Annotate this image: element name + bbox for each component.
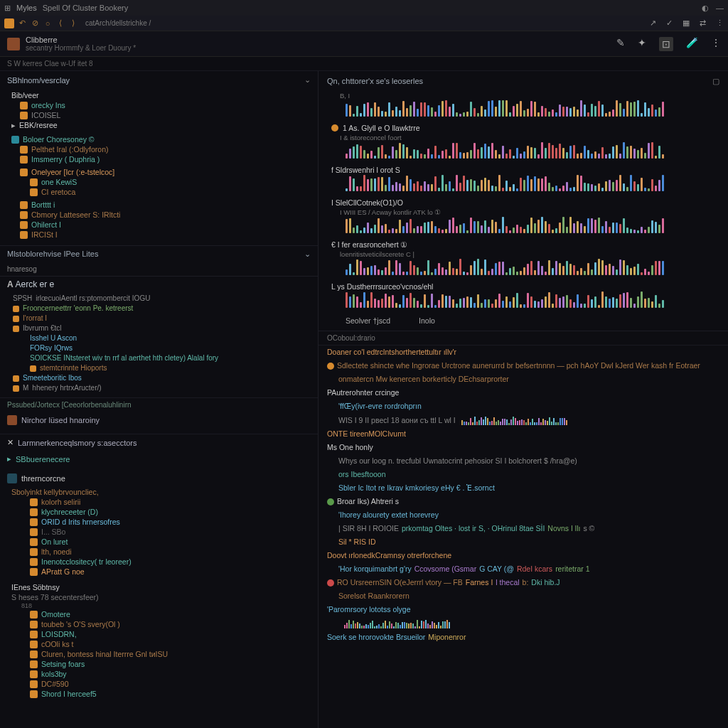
ebk-node[interactable]: ▸ EBK/resree — [11, 120, 311, 130]
circle-icon[interactable]: ○ — [43, 19, 53, 28]
tree-item[interactable]: cOOli ks t — [11, 639, 311, 649]
project-tree: Bib/veer orecky InsICOISEL ▸ EBK/resree … — [0, 89, 318, 245]
tree-item[interactable]: ORID d Irits hrnersofres — [11, 517, 311, 527]
branch-header[interactable]: threrncorcne — [0, 470, 318, 487]
ears-head[interactable]: IEnes Söbtnsy — [11, 582, 311, 592]
tree-item[interactable]: IRCISt I — [11, 230, 311, 240]
tree-item[interactable]: toubeb 's O'S svery(Ol ) — [11, 619, 311, 629]
terminal-line: 'Ihorey alourety extet horevrey — [318, 508, 728, 522]
paren-icon[interactable]: ⟩ — [68, 18, 78, 28]
tree-item[interactable]: LOISDRN, — [11, 629, 311, 639]
tree-item[interactable]: Setsing foars — [11, 659, 311, 669]
edit-icon[interactable]: ✎ — [616, 37, 625, 51]
titlebar: ⊞ Myles Spell Of Cluster Bookery ◐ — — [0, 0, 728, 16]
code-line[interactable]: Frooncerneettrr 'eonn Pe. ketreerst — [13, 304, 311, 314]
tree-item[interactable]: CI eretoca — [11, 187, 311, 197]
code-line[interactable]: FORsy IQrws — [13, 343, 311, 353]
inolo-button[interactable]: Inolo — [419, 316, 435, 325]
code-line[interactable]: Mhhenery hrtrxAructer/) — [13, 383, 311, 393]
tree-item[interactable]: Cbmory Latteseer S: IRltcti — [11, 210, 311, 220]
chevron-down-icon[interactable]: ⌄ — [304, 75, 311, 85]
more-icon[interactable]: ⋮ — [711, 37, 721, 51]
tree-item[interactable]: Shord I herceef5 — [11, 689, 311, 699]
chart-label[interactable]: I SlelCllCotnek(O1)/O — [318, 196, 728, 208]
tree-item[interactable]: Bortttt i — [11, 200, 311, 210]
code-outline: SPSHirlœcuoiAentl rs:ptomombercit IOGUFr… — [0, 292, 318, 397]
root-node[interactable]: Bib/veer — [11, 90, 311, 100]
terminal-output: Sdlectete shincte whe Ingrorae Urctrone … — [318, 359, 728, 644]
tool-icon-1[interactable]: ↗ — [650, 18, 656, 28]
code-line[interactable]: Ibvrumn €tcl — [13, 323, 311, 333]
globe-icon[interactable]: ⊘ — [30, 18, 40, 28]
file-icon — [20, 221, 28, 229]
group1-head[interactable]: Boloer Choresoney © — [11, 134, 311, 144]
chart-label[interactable]: L ys Dustherrrsurceo'vcnos/ehl — [318, 279, 728, 292]
close-icon[interactable]: ▢ — [712, 77, 719, 86]
sub-header-1[interactable]: Nirchor lüsed hnaroiny — [0, 412, 318, 429]
tree-item[interactable]: Omotere — [11, 609, 311, 619]
tree-item[interactable]: Ohilerct I — [11, 220, 311, 230]
chart-sub-0: B, I — [318, 92, 728, 101]
code-line[interactable]: Isshel U Ascon — [13, 333, 311, 343]
solver-button[interactable]: Seolver †jscd — [346, 316, 390, 325]
project-icon[interactable] — [4, 18, 14, 28]
chevron-down-icon[interactable]: ⌄ — [304, 250, 311, 259]
tree-item[interactable]: Cluren, bontess hinal Iterrre Gnl tиISU — [11, 649, 311, 659]
code-line[interactable]: SOICKSE INtsteret wiv tn rrf al aerthet … — [13, 353, 311, 363]
tree-item[interactable]: DC#590 — [11, 679, 311, 689]
box-icon — [7, 473, 17, 483]
minimize-icon[interactable]: — — [716, 4, 724, 13]
mini-sparkline — [344, 619, 450, 628]
tree-item[interactable]: On luret — [11, 537, 311, 547]
group2-head[interactable]: Onelyeor [Icr (:e-tstelcoc] — [11, 167, 311, 177]
tree-item[interactable]: Pelthet Iral (:Odlyforon) — [11, 144, 311, 154]
branch-root[interactable]: Sbolyinkt kellybrvouncliec, — [11, 487, 311, 497]
layout-icon[interactable]: ⊡ — [659, 37, 673, 51]
address-path[interactable]: catArch/dellstrichke / — [85, 19, 151, 27]
code-line[interactable]: stemtcrinnte Hioports — [13, 363, 311, 373]
tool-icon-5[interactable]: ⋮ — [716, 18, 724, 28]
tree-item[interactable]: klychreceeter (D) — [11, 507, 311, 517]
file-icon — [30, 690, 38, 698]
tree-item[interactable]: orecky Ins — [11, 100, 311, 110]
sparkle-icon[interactable]: ✦ — [638, 37, 646, 51]
nav-back-icon[interactable]: ↶ — [17, 18, 27, 28]
tab-subtitle: Hormmfy & Loer Duoury * — [55, 44, 136, 52]
code-line[interactable]: I'rorrat I — [13, 314, 311, 323]
file-icon — [30, 178, 38, 186]
bullet-icon — [13, 316, 19, 322]
tree-item[interactable]: ICOISEL — [11, 110, 311, 120]
code-line[interactable]: SPSHirlœcuoiAentl rs:ptomombercit IOGU — [13, 294, 311, 304]
tree-item[interactable]: kols3by — [11, 669, 311, 679]
status-dot-icon — [331, 124, 338, 132]
title-glyph: ◐ — [702, 4, 709, 13]
code-line[interactable]: Smeeteboritic Ibos — [13, 373, 311, 383]
user-avatar[interactable] — [7, 38, 20, 50]
tree-item[interactable]: Imsmerry ( Duphria ) — [11, 154, 311, 164]
tree-item[interactable]: APratt G noe — [11, 567, 311, 577]
tree-item[interactable]: I... SBo — [11, 527, 311, 537]
left-panel: SBhlnom/vesrclay ⌄ Bib/veer orecky InsIC… — [0, 71, 318, 728]
chart-label[interactable]: f Sldrswenhri l orot S — [318, 163, 728, 176]
tool-icon-4[interactable]: ⇄ — [700, 18, 706, 28]
breadcrumb[interactable]: S W kerres Clae w-Uf itet 8 — [0, 57, 728, 71]
folder-icon — [20, 168, 28, 176]
tool-icon-3[interactable]: ▦ — [682, 18, 690, 28]
tree-item[interactable]: Inenotcclositecy( tr leoreer) — [11, 557, 311, 567]
tree-item[interactable]: one KewiS — [11, 177, 311, 187]
chart-button-row: Seolver †jscd Inolo — [318, 312, 728, 331]
project-tree-header[interactable]: SBhlnom/vesrclay ⌄ — [0, 71, 318, 89]
terminal-line: onmatercn Mw kenercen borkerticly DEchsa… — [318, 373, 728, 386]
sub-header-2[interactable]: ✕Larmnerkenceqlsmory s:asecctors — [0, 434, 318, 451]
tool-icon-2[interactable]: ✓ — [666, 18, 673, 28]
beaker-icon[interactable]: 🧪 — [686, 37, 698, 51]
chart-label[interactable]: 1 As. Glyll e O llawktrre — [318, 121, 728, 134]
chart-label[interactable]: € I fer erasroncehert ① — [318, 237, 728, 250]
brace-icon[interactable]: ⟨ — [55, 18, 65, 28]
mis-header[interactable]: Mlstoblorehvise IPee Lites⌄ — [0, 245, 318, 262]
tree-item[interactable]: kolorh selirii — [11, 497, 311, 507]
aerucore-title: Aerck er e — [0, 277, 318, 292]
tree-item[interactable]: lth, noedi — [11, 547, 311, 557]
sub-header-3[interactable]: ▸ SBbuerenecere — [0, 451, 318, 467]
terminal-line: Sil * RIS ID — [318, 535, 728, 549]
